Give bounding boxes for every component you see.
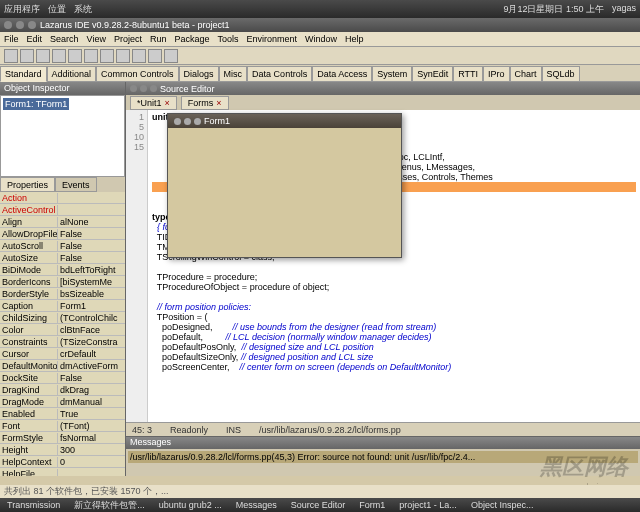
taskbar-item[interactable]: Object Inspec... [468, 500, 537, 510]
property-row[interactable]: Constraints(TSizeConstra [0, 336, 125, 348]
property-row[interactable]: BiDiModebdLeftToRight [0, 264, 125, 276]
object-inspector: Object Inspector Form1: TForm1 Propertie… [0, 82, 125, 476]
newform-icon[interactable] [68, 49, 82, 63]
tab-properties[interactable]: Properties [0, 177, 55, 192]
property-row[interactable]: EnabledTrue [0, 408, 125, 420]
menu-environment[interactable]: Environment [247, 34, 298, 44]
taskbar: Transmission 新立得软件包管... ubuntu grub2 ...… [0, 498, 640, 512]
palette-tab-common[interactable]: Common Controls [96, 66, 179, 82]
palette-tab-ipro[interactable]: IPro [483, 66, 510, 82]
palette-tab-sqldb[interactable]: SQLdb [542, 66, 580, 82]
property-row[interactable]: HelpContext0 [0, 456, 125, 468]
editor-tabs: *Unit1× Forms× [126, 95, 640, 110]
property-row[interactable]: BorderStylebsSizeable [0, 288, 125, 300]
new-icon[interactable] [4, 49, 18, 63]
palette-tab-dialogs[interactable]: Dialogs [179, 66, 219, 82]
property-row[interactable]: Font(TFont) [0, 420, 125, 432]
taskbar-item[interactable]: Form1 [356, 500, 388, 510]
cursor-pos: 45: 3 [132, 425, 152, 435]
property-row[interactable]: DockSiteFalse [0, 372, 125, 384]
taskbar-item[interactable]: ubuntu grub2 ... [156, 500, 225, 510]
palette-tab-rtti[interactable]: RTTI [453, 66, 483, 82]
clock[interactable]: 9月12日星期日 1:50 上午 [503, 3, 604, 16]
property-row[interactable]: DefaultMonitodmActiveForm [0, 360, 125, 372]
property-row[interactable]: AutoSizeFalse [0, 252, 125, 264]
menu-run[interactable]: Run [150, 34, 167, 44]
file-path: /usr/lib/lazarus/0.9.28.2/lcl/forms.pp [259, 425, 401, 435]
form-close-icon[interactable] [174, 118, 181, 125]
property-row[interactable]: ChildSizing(TControlChilc [0, 312, 125, 324]
property-row[interactable]: HelpFile [0, 468, 125, 476]
tab-close-icon[interactable]: × [165, 98, 170, 108]
editor-close-icon[interactable] [130, 85, 137, 92]
menu-search[interactable]: Search [50, 34, 79, 44]
taskbar-item[interactable]: project1 - La... [396, 500, 460, 510]
menu-places[interactable]: 位置 [48, 3, 66, 16]
form-max-icon[interactable] [194, 118, 201, 125]
palette-tab-datactrls[interactable]: Data Controls [247, 66, 312, 82]
stepinto-icon[interactable] [164, 49, 178, 63]
menu-system[interactable]: 系统 [74, 3, 92, 16]
menu-tools[interactable]: Tools [217, 34, 238, 44]
taskbar-item[interactable]: Source Editor [288, 500, 349, 510]
menu-view[interactable]: View [87, 34, 106, 44]
menu-package[interactable]: Package [174, 34, 209, 44]
oi-tree[interactable]: Form1: TForm1 [0, 95, 125, 177]
open-icon[interactable] [20, 49, 34, 63]
property-row[interactable]: FormStylefsNormal [0, 432, 125, 444]
palette-tab-system[interactable]: System [372, 66, 412, 82]
palette-tab-synedit[interactable]: SynEdit [412, 66, 453, 82]
tab-close-icon[interactable]: × [216, 98, 221, 108]
editor-min-icon[interactable] [140, 85, 147, 92]
palette-tab-dataaccess[interactable]: Data Access [312, 66, 372, 82]
save-icon[interactable] [36, 49, 50, 63]
menu-file[interactable]: File [4, 34, 19, 44]
saveall-icon[interactable] [52, 49, 66, 63]
menu-edit[interactable]: Edit [27, 34, 43, 44]
property-row[interactable]: ColorclBtnFace [0, 324, 125, 336]
tab-unit1[interactable]: *Unit1× [130, 96, 177, 110]
menu-apps[interactable]: 应用程序 [4, 3, 40, 16]
palette-tab-chart[interactable]: Chart [510, 66, 542, 82]
run-icon[interactable] [100, 49, 114, 63]
form-min-icon[interactable] [184, 118, 191, 125]
property-row[interactable]: AllowDropFileFalse [0, 228, 125, 240]
tree-item-form1[interactable]: Form1: TForm1 [3, 98, 69, 110]
property-row[interactable]: AutoScrollFalse [0, 240, 125, 252]
property-grid[interactable]: ActionActiveControlAlignalNoneAllowDropF… [0, 192, 125, 476]
taskbar-item[interactable]: Messages [233, 500, 280, 510]
menu-window[interactable]: Window [305, 34, 337, 44]
property-row[interactable]: CaptionForm1 [0, 300, 125, 312]
minimize-icon[interactable] [16, 21, 24, 29]
tab-forms[interactable]: Forms× [181, 96, 229, 110]
stepover-icon[interactable] [148, 49, 162, 63]
close-icon[interactable] [4, 21, 12, 29]
main-menu: File Edit Search View Project Run Packag… [0, 32, 640, 47]
property-row[interactable]: BorderIcons[biSystemMe [0, 276, 125, 288]
toggle-icon[interactable] [84, 49, 98, 63]
palette-tab-standard[interactable]: Standard [0, 66, 47, 82]
form-titlebar[interactable]: Form1 [168, 114, 401, 128]
taskbar-item[interactable]: Transmission [4, 500, 63, 510]
property-row[interactable]: AlignalNone [0, 216, 125, 228]
user-menu[interactable]: yagas [612, 3, 636, 16]
property-row[interactable]: Height300 [0, 444, 125, 456]
palette-tab-additional[interactable]: Additional [47, 66, 97, 82]
menu-help[interactable]: Help [345, 34, 364, 44]
design-form[interactable]: Form1 [167, 113, 402, 258]
stop-icon[interactable] [132, 49, 146, 63]
taskbar-item[interactable]: 新立得软件包管... [71, 499, 148, 512]
status-line: 共列出 81 个软件包，已安装 1570 个，... [0, 485, 640, 498]
palette-tab-misc[interactable]: Misc [219, 66, 248, 82]
property-row[interactable]: ActiveControl [0, 204, 125, 216]
menu-project[interactable]: Project [114, 34, 142, 44]
property-row[interactable]: DragKinddkDrag [0, 384, 125, 396]
maximize-icon[interactable] [28, 21, 36, 29]
message-row[interactable]: /usr/lib/lazarus/0.9.28.2/lcl/forms.pp(4… [128, 451, 638, 463]
property-row[interactable]: CursorcrDefault [0, 348, 125, 360]
property-row[interactable]: Action [0, 192, 125, 204]
property-row[interactable]: DragModedmManual [0, 396, 125, 408]
editor-max-icon[interactable] [150, 85, 157, 92]
pause-icon[interactable] [116, 49, 130, 63]
tab-events[interactable]: Events [55, 177, 97, 192]
